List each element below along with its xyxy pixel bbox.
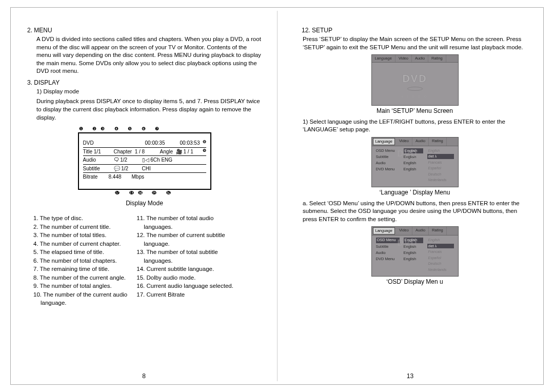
osd-c2-1: English: [404, 244, 423, 249]
osd-c3-5: Nederlands: [427, 267, 454, 272]
page-number-right: 13: [277, 372, 543, 380]
lang-c1-0: OSD Menu: [376, 148, 400, 153]
legend-item: 1. The type of disc.: [33, 214, 127, 223]
osd-c2-2: English: [404, 250, 423, 256]
lang-c1-3: DVD Menu: [376, 167, 400, 172]
setup-body1: Press ‘SETUP’ to display the Main screen…: [303, 35, 528, 51]
page-number-left: 8: [11, 372, 277, 380]
setup-osd-body: DVD OSD Menu Subtitle Audio DVD Menu Eng…: [372, 236, 458, 273]
legend-item: 3. The number of total titles.: [33, 231, 127, 240]
osd-r2a: Title 1/1: [83, 148, 114, 155]
display-sub1-body: During playback press DISPLAY once to di…: [36, 97, 262, 122]
osd-r4b: 💬 1/2: [114, 165, 142, 172]
setup-osd-screenshot: Language Video Audio Rating DVD OSD Menu…: [371, 226, 459, 277]
setup-step-a: a. Select ‘OSD Menu’ using the UP/DOWN b…: [303, 200, 528, 224]
osd-r3b: 🗨 1/2: [114, 156, 142, 164]
lang-c2-0: English: [404, 148, 423, 153]
tab-video: Video: [396, 227, 412, 235]
lang-c3-sel: diet λ: [427, 154, 454, 159]
dvd-logo: DVD V I D E O: [372, 63, 458, 102]
heading-setup: 12. SETUP: [302, 26, 528, 34]
legend-item: language.: [41, 299, 127, 307]
osd-c3-4: Deutsch: [427, 261, 454, 266]
setup-lang-body: DVD OSD Menu Subtitle Audio DVD Menu Eng…: [372, 146, 458, 184]
page-right: 12. SETUP Press ‘SETUP’ to display the M…: [277, 8, 543, 384]
heading-display: 3. DISPLAY: [27, 79, 262, 87]
osd-r3c: ▯◁ 6Ch ENG: [142, 156, 206, 164]
dvd-disc-icon: [407, 87, 423, 91]
osd-r2b: Chapter 1 / 8: [114, 148, 160, 155]
diagram-callouts-top: ❶ ❷❸ ❹ ❺ ❻ ❼: [79, 126, 211, 132]
caption-osd: ‘OSD’ Display Men u: [302, 278, 528, 286]
legend-left: 1. The type of disc. 2. The number of cu…: [33, 214, 127, 308]
legend-item: 4. The number of current chapter.: [33, 240, 127, 248]
tab-rating: Rating: [428, 55, 446, 62]
tab-audio: Audio: [412, 227, 429, 235]
setup-language-screenshot: Language Video Audio Rating DVD OSD Menu…: [371, 137, 459, 187]
tab-video: Video: [395, 55, 412, 62]
osd-r4a: Subtitle: [83, 165, 114, 172]
lang-c3-3: Español: [427, 166, 454, 170]
lang-c1-2: Audio: [376, 161, 400, 166]
lang-c2-2: English: [404, 161, 423, 166]
legend-item: languages.: [144, 223, 233, 231]
legend-item: 16. Current audio language selected.: [136, 282, 233, 290]
diagram-callouts-bottom: ⓱ ⓭⓮ ⓯ ⓰: [79, 190, 211, 196]
osd-c3-0: English: [427, 238, 454, 242]
osd-r5a: Bitrate: [83, 173, 109, 181]
setup-step1: 1) Select language using the LEFT/RIGHT …: [303, 118, 528, 134]
lang-c2-3: English: [404, 167, 423, 172]
legend-item: 8. The number of the current angle.: [33, 274, 127, 282]
display-diagram: ❶ ❷❸ ❹ ❺ ❻ ❼ DVD 00:00:35 00:03:53 ❽ Tit…: [78, 126, 211, 207]
osd-r1b: 00:00:35: [129, 140, 165, 147]
caption-main-setup: Main ‘SETUP’ Menu Screen: [302, 107, 528, 115]
osd-c2-3: English: [404, 257, 423, 262]
setup-tabbar: Language Video Audio Rating: [372, 55, 458, 63]
menu-body: A DVD is divided into sections called ti…: [36, 35, 262, 75]
tab-rating: Rating: [429, 138, 447, 146]
legend-item: 12. The number of current subtitle: [136, 231, 233, 240]
lang-c1-1: Subtitle: [376, 154, 400, 160]
osd-c3-sel: diet λ: [427, 244, 454, 248]
lang-c2-1: English: [404, 154, 423, 160]
tab-language: Language: [372, 55, 395, 62]
legend-item: 17. Current Bitrate: [136, 291, 233, 299]
callout-8: ❽: [200, 140, 206, 147]
legend-item: 5. The elapsed time of title.: [33, 248, 127, 257]
legend-item: 2. The number of current title.: [33, 223, 127, 231]
osd-r5c: Mbps: [132, 173, 206, 181]
tab-language-sel: Language: [373, 138, 395, 145]
page-left: 2. MENU A DVD is divided into sections c…: [11, 8, 277, 384]
osd-c1-1: Subtitle: [376, 244, 400, 249]
legend-item: 9. The number of total angles.: [33, 282, 127, 290]
osd-c1-2: Audio: [376, 250, 400, 256]
setup-tabbar-3: Language Video Audio Rating: [372, 227, 458, 236]
legend-item: 6. The number of total chapters.: [33, 257, 127, 265]
heading-menu: 2. MENU: [27, 26, 262, 34]
page-frame: 2. MENU A DVD is divided into sections c…: [10, 7, 544, 385]
osd-c2-0: English: [404, 238, 423, 243]
setup-tabbar-2: Language Video Audio Rating: [372, 138, 458, 146]
diagram-caption: Display Mode: [78, 199, 211, 207]
tab-language-sel: Language: [373, 227, 395, 234]
legend-item: 11. The number of total audio: [136, 214, 233, 223]
legend: 1. The type of disc. 2. The number of cu…: [33, 214, 262, 308]
osd-c3-2: Francais: [427, 249, 454, 254]
osd-box: DVD 00:00:35 00:03:53 ❽ Title 1/1 Chapte…: [78, 132, 211, 190]
osd-r1c: 00:03:53: [165, 140, 200, 147]
lang-c3-5: Nederlands: [427, 178, 454, 182]
legend-item: language.: [144, 240, 233, 248]
callout-9: ❾: [200, 148, 206, 155]
lang-c3-0: English: [427, 148, 454, 153]
dvd-logo-sub: V I D E O: [372, 94, 458, 99]
lang-c3-2: Francais: [427, 160, 454, 165]
osd-c1-0: OSD Menu: [376, 238, 400, 243]
caption-language: ‘Language ’ Display Menu: [302, 188, 528, 197]
tab-audio: Audio: [412, 55, 428, 62]
legend-item: 7. The remaining time of title.: [33, 265, 127, 273]
osd-r3a: Audio: [83, 156, 114, 164]
legend-item: 15. Dolby audio mode.: [136, 274, 233, 282]
osd-r4c: CHI: [142, 165, 206, 172]
osd-r1a: DVD: [83, 140, 129, 147]
tab-audio: Audio: [412, 138, 429, 146]
